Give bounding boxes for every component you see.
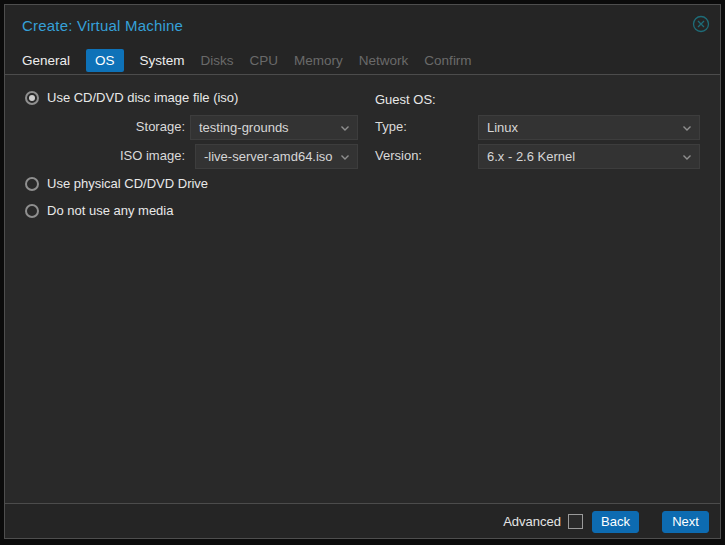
radio-no-media[interactable]: Do not use any media — [25, 203, 173, 218]
advanced-label: Advanced — [503, 514, 561, 529]
wizard-tabs: General OS System Disks CPU Memory Netwo… — [22, 46, 710, 74]
storage-select[interactable]: testing-grounds — [190, 115, 358, 140]
create-vm-dialog: Create: Virtual Machine General OS Syste… — [4, 4, 721, 539]
os-type-select-value: Linux — [479, 120, 681, 135]
tab-general[interactable]: General — [22, 49, 70, 72]
os-version-select[interactable]: 6.x - 2.6 Kernel — [478, 144, 700, 169]
storage-label: Storage: — [25, 119, 185, 134]
tab-confirm: Confirm — [424, 49, 471, 72]
dialog-title: Create: Virtual Machine — [22, 17, 183, 34]
guest-os-heading: Guest OS: — [375, 92, 436, 107]
radio-physical-drive[interactable]: Use physical CD/DVD Drive — [25, 176, 208, 191]
radio-no-media-label: Do not use any media — [47, 203, 173, 218]
os-type-select[interactable]: Linux — [478, 115, 700, 140]
close-icon[interactable] — [692, 15, 710, 33]
radio-use-iso[interactable]: Use CD/DVD disc image file (iso) — [25, 90, 238, 105]
footer-bar: Advanced Back Next — [5, 505, 720, 538]
advanced-checkbox[interactable] — [568, 514, 583, 529]
chevron-down-icon — [339, 151, 357, 163]
storage-select-value: testing-grounds — [191, 120, 339, 135]
iso-image-label: ISO image: — [25, 148, 185, 163]
radio-icon[interactable] — [25, 177, 39, 191]
tab-disks: Disks — [201, 49, 234, 72]
tab-network: Network — [359, 49, 409, 72]
os-version-select-value: 6.x - 2.6 Kernel — [479, 149, 681, 164]
iso-image-select-value: -live-server-amd64.iso — [196, 149, 339, 164]
version-label: Version: — [375, 148, 435, 163]
radio-use-iso-label: Use CD/DVD disc image file (iso) — [47, 90, 238, 105]
radio-icon-selected[interactable] — [25, 91, 39, 105]
os-tab-panel: Use CD/DVD disc image file (iso) Storage… — [5, 74, 720, 504]
type-label: Type: — [375, 119, 435, 134]
tab-memory: Memory — [294, 49, 343, 72]
tab-os[interactable]: OS — [86, 49, 124, 72]
chevron-down-icon — [339, 122, 357, 134]
back-button[interactable]: Back — [592, 511, 639, 533]
radio-physical-drive-label: Use physical CD/DVD Drive — [47, 176, 208, 191]
chevron-down-icon — [681, 151, 699, 163]
iso-image-select[interactable]: -live-server-amd64.iso — [195, 144, 358, 169]
tab-cpu: CPU — [250, 49, 279, 72]
tab-system[interactable]: System — [140, 49, 185, 72]
chevron-down-icon — [681, 122, 699, 134]
radio-icon[interactable] — [25, 204, 39, 218]
title-bar: Create: Virtual Machine — [5, 5, 720, 45]
next-button[interactable]: Next — [662, 511, 709, 533]
